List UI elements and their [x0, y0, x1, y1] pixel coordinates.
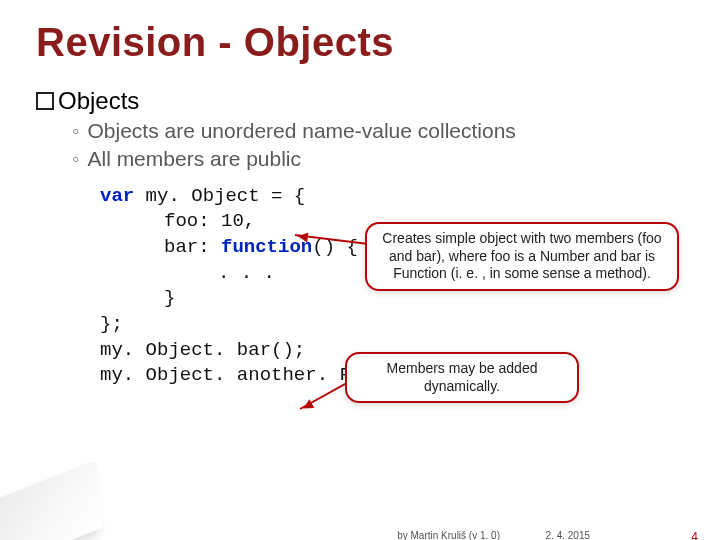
bullet-mark-icon: ◦: [72, 145, 79, 173]
bullet-text: Objects are unordered name-value collect…: [87, 117, 515, 145]
bullet-box-icon: [36, 92, 54, 110]
bullet-mark-icon: ◦: [72, 117, 79, 145]
list-item: ◦ All members are public: [72, 145, 720, 173]
footer-author: by Martin Kruliš (v 1. 0): [397, 530, 500, 540]
section-text: Objects: [58, 87, 139, 114]
code-keyword: var: [100, 185, 134, 207]
bullet-list: ◦ Objects are unordered name-value colle…: [0, 115, 720, 174]
bullet-text: All members are public: [87, 145, 301, 173]
slide-title: Revision - Objects: [0, 0, 720, 65]
footer-date: 2. 4. 2015: [546, 530, 590, 540]
code-line: var my. Object = {: [100, 184, 720, 210]
callout-box: Members may be added dynamically.: [345, 352, 579, 403]
code-text: bar:: [164, 236, 221, 258]
footer-page-number: 4: [691, 530, 698, 540]
code-line: };: [100, 312, 720, 338]
section-heading: Objects: [0, 65, 720, 115]
list-item: ◦ Objects are unordered name-value colle…: [72, 117, 720, 145]
callout-box: Creates simple object with two members (…: [365, 222, 679, 291]
page-curl-decoration: [0, 459, 102, 540]
code-text: my. Object = {: [134, 185, 305, 207]
